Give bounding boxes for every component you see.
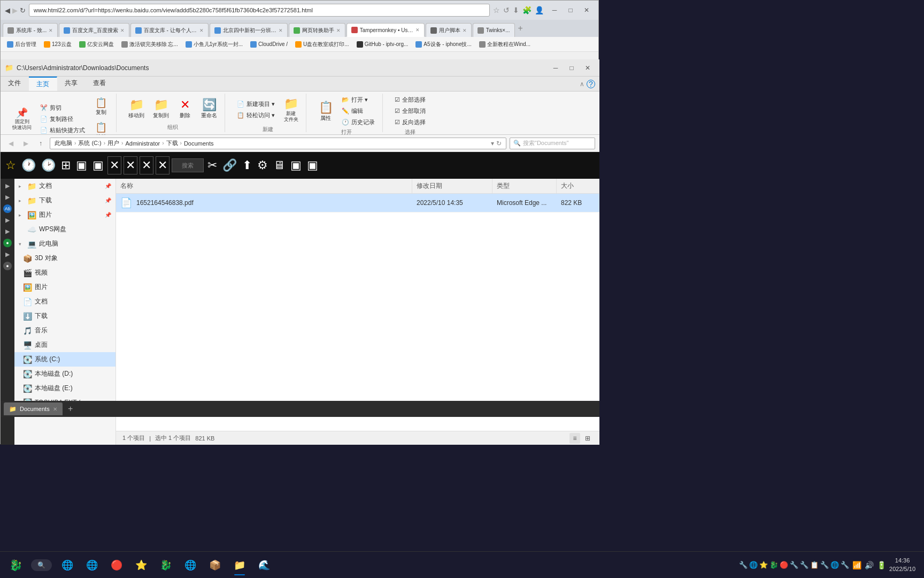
ribbon-tab-file[interactable]: 文件 bbox=[1, 77, 29, 91]
bookmark-icon[interactable]: ☆ bbox=[493, 6, 500, 14]
sidebar-item-docs[interactable]: 📄 文档 bbox=[14, 294, 116, 309]
taskbar-app-net[interactable]: 🌐 bbox=[179, 554, 202, 576]
download-icon[interactable]: ⬇ bbox=[513, 6, 519, 14]
taskbar-app-folder[interactable]: 📁 bbox=[228, 554, 251, 576]
tab-2[interactable]: 百度文库 - 让每个人平等... ✕ bbox=[130, 23, 209, 37]
battery-icon[interactable]: 🔋 bbox=[877, 561, 886, 569]
delete-button[interactable]: ✕ 删除 bbox=[174, 96, 196, 121]
explorer-minimize-button[interactable]: ─ bbox=[548, 63, 563, 73]
sidebar-item-3d[interactable]: 📦 3D 对象 bbox=[14, 251, 116, 265]
tool-rect2-icon[interactable]: ▣ bbox=[91, 157, 105, 174]
bookmark-1[interactable]: 123云盘 bbox=[41, 40, 75, 49]
path-dropdown-icon[interactable]: ▾ bbox=[491, 140, 494, 147]
back-button[interactable]: ◀ bbox=[5, 138, 17, 149]
sidebar-item-pics-pinned[interactable]: ▸ 🖼️ 图片 📌 bbox=[14, 208, 116, 222]
address-path[interactable]: 此电脑 › 系统 (C:) › 用户 › Administrator › 下载 … bbox=[50, 138, 506, 149]
tool-x4-icon[interactable]: ✕ bbox=[156, 156, 170, 174]
start-button[interactable]: 🐉 bbox=[4, 554, 27, 576]
tab-close-6[interactable]: ✕ bbox=[463, 28, 467, 33]
sidebar-item-d-drive[interactable]: 💽 本地磁盘 (D:) bbox=[14, 367, 116, 381]
rename-button[interactable]: 🔄 重命名 bbox=[198, 96, 220, 121]
tool-x1-icon[interactable]: ✕ bbox=[107, 156, 121, 174]
history-button[interactable]: 🕐 历史记录 bbox=[338, 117, 378, 127]
sidebar-item-thispc[interactable]: ▾ 💻 此电脑 bbox=[14, 237, 116, 251]
tool-gear-icon[interactable]: ⚙ bbox=[256, 157, 270, 174]
taskbar-app-ie[interactable]: 🌐 bbox=[81, 554, 103, 576]
bottom-tab-documents[interactable]: 📁 Documents ✕ bbox=[4, 402, 63, 415]
up-button[interactable]: ↑ bbox=[35, 138, 47, 149]
tab-3[interactable]: 北京四中新初一分班考试... ✕ bbox=[210, 23, 288, 37]
icon-view-button[interactable]: ⊞ bbox=[582, 433, 593, 444]
ribbon-tab-share[interactable]: 共享 bbox=[57, 77, 86, 91]
tab-close-0[interactable]: ✕ bbox=[49, 28, 53, 33]
taskbar-app-box[interactable]: 📦 bbox=[204, 554, 226, 576]
search-box[interactable]: 🔍 搜索"Documents" bbox=[510, 138, 595, 149]
col-size[interactable]: 大小 bbox=[557, 179, 599, 193]
tool-scissors-icon[interactable]: ✂ bbox=[206, 157, 219, 174]
path-refresh-icon[interactable]: ↻ bbox=[496, 140, 502, 147]
detail-view-button[interactable]: ≡ bbox=[569, 433, 580, 444]
properties-button[interactable]: 📋 属性 bbox=[315, 98, 336, 124]
taskbar-app-dragon[interactable]: 🐉 bbox=[155, 554, 177, 576]
tray-icon-8[interactable]: 🔧 bbox=[820, 561, 829, 569]
tool-upload-icon[interactable]: ⬆ bbox=[241, 157, 253, 174]
forward-icon[interactable]: ▶ bbox=[12, 6, 18, 14]
paste-shortcut-button[interactable]: 📄 粘贴快捷方式 bbox=[37, 125, 88, 135]
browser-url-bar[interactable]: www.html22.com/d/?url=https://wenku.baid… bbox=[29, 4, 490, 17]
add-tab-button[interactable]: + bbox=[65, 403, 76, 415]
ribbon-tab-view[interactable]: 查看 bbox=[86, 77, 114, 91]
sidebar-item-c-drive[interactable]: 💽 系统 (C:) bbox=[14, 352, 116, 367]
new-item-button[interactable]: 📄 新建项目 ▾ bbox=[234, 99, 278, 109]
tab-close-5[interactable]: ✕ bbox=[415, 27, 420, 33]
tray-icon-4[interactable]: 🔴 bbox=[780, 561, 788, 569]
minimize-button[interactable]: ─ bbox=[547, 5, 562, 16]
tray-icon-7[interactable]: 📋 bbox=[810, 561, 819, 569]
taskbar-app-explorer[interactable]: 🌐 bbox=[56, 554, 79, 576]
pin-to-quickaccess-button[interactable]: 📌 固定到快速访问 bbox=[9, 105, 35, 133]
tool-clock2-icon[interactable]: 🕑 bbox=[40, 157, 57, 174]
select-all-button[interactable]: ☑ 全部选择 bbox=[391, 95, 429, 105]
tab-6[interactable]: 用户脚本 ✕ bbox=[426, 23, 472, 37]
bottom-tab-close[interactable]: ✕ bbox=[53, 406, 57, 412]
bookmark-2[interactable]: 亿安云网盘 bbox=[76, 40, 117, 49]
left-strip-icon-2[interactable]: ▶ bbox=[4, 215, 11, 225]
bookmark-3[interactable]: 激活锁完美移除 忘... bbox=[118, 40, 181, 49]
easy-access-button[interactable]: 📋 轻松访问 ▾ bbox=[234, 110, 278, 120]
tab-close-4[interactable]: ✕ bbox=[336, 28, 341, 33]
col-date[interactable]: 修改日期 bbox=[412, 179, 492, 193]
sidebar-item-wps[interactable]: ☁️ WPS网盘 bbox=[14, 222, 116, 237]
sidebar-item-video[interactable]: 🎬 视频 bbox=[14, 265, 116, 280]
profile-icon[interactable]: 👤 bbox=[535, 6, 544, 14]
sidebar-item-music[interactable]: 🎵 音乐 bbox=[14, 323, 116, 338]
taskbar-datetime[interactable]: 14:36 2022/5/10 bbox=[889, 557, 915, 573]
left-strip-icon-0[interactable]: ▶ bbox=[4, 181, 11, 191]
volume-icon[interactable]: 🔊 bbox=[865, 561, 874, 569]
col-name[interactable]: 名称 bbox=[116, 179, 412, 193]
taskbar-app-rogue[interactable]: 🔴 bbox=[105, 554, 128, 576]
left-strip-icon-3[interactable]: ▶ bbox=[4, 226, 11, 237]
ribbon-help-icon[interactable]: ? bbox=[587, 80, 595, 88]
taskbar-search[interactable]: 🔍 bbox=[31, 559, 52, 571]
sidebar-item-pics[interactable]: 🖼️ 图片 bbox=[14, 280, 116, 294]
tab-0[interactable]: 系统库 - 致... ✕ bbox=[3, 23, 58, 37]
cut-button[interactable]: ✂️ 剪切 bbox=[37, 103, 88, 113]
bookmark-6[interactable]: U盘在教室或打印... bbox=[292, 40, 352, 49]
tab-close-1[interactable]: ✕ bbox=[120, 28, 125, 33]
file-row-0[interactable]: 📄 1652164546838.pdf 2022/5/10 14:35 Micr… bbox=[116, 194, 599, 212]
tool-display-icon[interactable]: ▣ bbox=[289, 157, 303, 174]
reload-icon[interactable]: ↺ bbox=[503, 6, 510, 14]
tool-x3-icon[interactable]: ✕ bbox=[140, 156, 153, 174]
sidebar-item-downloads[interactable]: ⬇️ 下载 bbox=[14, 309, 116, 323]
new-tab-button[interactable]: + bbox=[516, 24, 525, 33]
tray-icon-5[interactable]: 🔧 bbox=[790, 561, 798, 569]
network-icon[interactable]: 📶 bbox=[852, 561, 861, 569]
close-button[interactable]: ✕ bbox=[579, 5, 594, 16]
col-type[interactable]: 类型 bbox=[492, 179, 557, 193]
ribbon-collapse-icon[interactable]: ∧ bbox=[580, 80, 584, 88]
refresh-icon[interactable]: ↻ bbox=[20, 6, 26, 14]
ribbon-tab-home[interactable]: 主页 bbox=[29, 77, 57, 91]
copy-path-button[interactable]: 📄 复制路径 bbox=[37, 114, 88, 124]
bookmark-9[interactable]: 全新教程在Wind... bbox=[476, 40, 534, 49]
sidebar-item-e-drive[interactable]: 💽 本地磁盘 (E:) bbox=[14, 381, 116, 396]
tray-icon-6[interactable]: 🔧 bbox=[800, 561, 808, 569]
